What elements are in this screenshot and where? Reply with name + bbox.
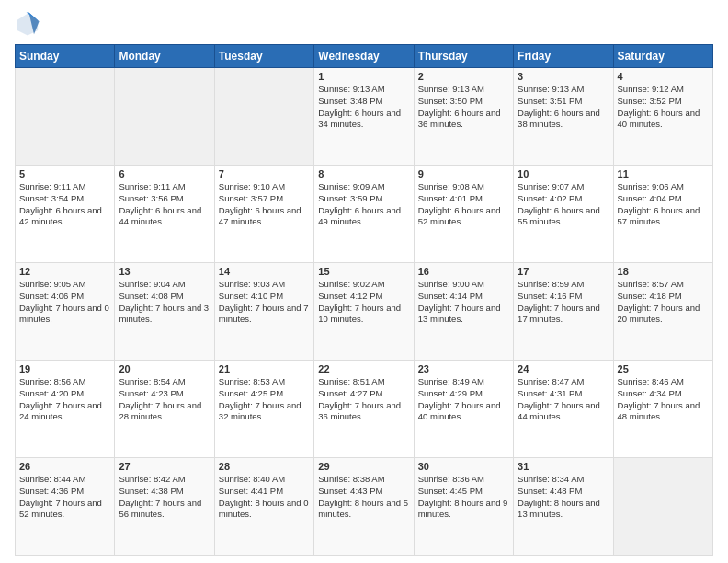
weekday-header-tuesday: Tuesday [214, 45, 313, 68]
calendar-cell: 13Sunrise: 9:04 AM Sunset: 4:08 PM Dayli… [115, 263, 214, 361]
calendar-cell: 6Sunrise: 9:11 AM Sunset: 3:56 PM Daylig… [115, 166, 214, 263]
calendar-cell: 17Sunrise: 8:59 AM Sunset: 4:16 PM Dayli… [514, 263, 613, 361]
day-info: Sunrise: 9:05 AM Sunset: 4:06 PM Dayligh… [19, 279, 110, 326]
day-number: 30 [418, 461, 509, 472]
day-info: Sunrise: 8:56 AM Sunset: 4:20 PM Dayligh… [19, 376, 110, 423]
day-info: Sunrise: 8:49 AM Sunset: 4:29 PM Dayligh… [418, 376, 509, 423]
day-number: 20 [119, 363, 210, 374]
day-number: 24 [518, 363, 609, 374]
day-number: 2 [418, 71, 509, 82]
day-info: Sunrise: 8:53 AM Sunset: 4:25 PM Dayligh… [219, 376, 310, 423]
weekday-header-saturday: Saturday [613, 45, 712, 68]
calendar-cell: 10Sunrise: 9:07 AM Sunset: 4:02 PM Dayli… [514, 166, 613, 263]
day-info: Sunrise: 8:36 AM Sunset: 4:45 PM Dayligh… [418, 474, 509, 521]
day-info: Sunrise: 8:51 AM Sunset: 4:27 PM Dayligh… [318, 376, 409, 423]
day-info: Sunrise: 9:13 AM Sunset: 3:51 PM Dayligh… [518, 84, 609, 131]
calendar-table: SundayMondayTuesdayWednesdayThursdayFrid… [15, 44, 713, 556]
calendar-cell: 20Sunrise: 8:54 AM Sunset: 4:23 PM Dayli… [115, 361, 214, 458]
calendar-cell: 5Sunrise: 9:11 AM Sunset: 3:54 PM Daylig… [16, 166, 115, 263]
day-info: Sunrise: 8:40 AM Sunset: 4:41 PM Dayligh… [219, 474, 310, 521]
calendar-cell [214, 68, 313, 166]
day-info: Sunrise: 9:10 AM Sunset: 3:57 PM Dayligh… [219, 181, 310, 228]
day-number: 17 [518, 266, 609, 277]
day-number: 25 [618, 363, 709, 374]
day-number: 3 [518, 71, 609, 82]
day-info: Sunrise: 8:38 AM Sunset: 4:43 PM Dayligh… [318, 474, 409, 521]
day-number: 27 [119, 461, 210, 472]
calendar-cell: 25Sunrise: 8:46 AM Sunset: 4:34 PM Dayli… [613, 361, 712, 458]
day-info: Sunrise: 8:57 AM Sunset: 4:18 PM Dayligh… [618, 279, 709, 326]
day-number: 6 [119, 168, 210, 179]
day-info: Sunrise: 9:02 AM Sunset: 4:12 PM Dayligh… [318, 279, 409, 326]
calendar-cell [115, 68, 214, 166]
calendar-cell: 27Sunrise: 8:42 AM Sunset: 4:38 PM Dayli… [115, 458, 214, 556]
logo [15, 11, 44, 37]
calendar-cell: 23Sunrise: 8:49 AM Sunset: 4:29 PM Dayli… [414, 361, 513, 458]
day-info: Sunrise: 8:34 AM Sunset: 4:48 PM Dayligh… [518, 474, 609, 521]
calendar-cell: 31Sunrise: 8:34 AM Sunset: 4:48 PM Dayli… [514, 458, 613, 556]
calendar-cell: 30Sunrise: 8:36 AM Sunset: 4:45 PM Dayli… [414, 458, 513, 556]
day-info: Sunrise: 9:11 AM Sunset: 3:54 PM Dayligh… [19, 181, 110, 228]
day-info: Sunrise: 9:13 AM Sunset: 3:48 PM Dayligh… [318, 84, 409, 131]
week-row-4: 19Sunrise: 8:56 AM Sunset: 4:20 PM Dayli… [16, 361, 713, 458]
calendar-cell [613, 458, 712, 556]
day-number: 8 [318, 168, 409, 179]
day-info: Sunrise: 8:54 AM Sunset: 4:23 PM Dayligh… [119, 376, 210, 423]
day-info: Sunrise: 9:07 AM Sunset: 4:02 PM Dayligh… [518, 181, 609, 228]
calendar-cell: 7Sunrise: 9:10 AM Sunset: 3:57 PM Daylig… [214, 166, 313, 263]
weekday-header-thursday: Thursday [414, 45, 513, 68]
calendar-cell: 11Sunrise: 9:06 AM Sunset: 4:04 PM Dayli… [613, 166, 712, 263]
day-number: 7 [219, 168, 310, 179]
day-number: 11 [618, 168, 709, 179]
calendar-cell: 24Sunrise: 8:47 AM Sunset: 4:31 PM Dayli… [514, 361, 613, 458]
day-number: 18 [618, 266, 709, 277]
logo-icon [15, 11, 40, 37]
calendar-cell: 19Sunrise: 8:56 AM Sunset: 4:20 PM Dayli… [16, 361, 115, 458]
calendar-cell: 18Sunrise: 8:57 AM Sunset: 4:18 PM Dayli… [613, 263, 712, 361]
calendar-cell: 15Sunrise: 9:02 AM Sunset: 4:12 PM Dayli… [314, 263, 414, 361]
calendar-cell: 28Sunrise: 8:40 AM Sunset: 4:41 PM Dayli… [214, 458, 313, 556]
calendar-cell: 14Sunrise: 9:03 AM Sunset: 4:10 PM Dayli… [214, 263, 313, 361]
day-info: Sunrise: 9:12 AM Sunset: 3:52 PM Dayligh… [618, 84, 709, 131]
day-info: Sunrise: 9:06 AM Sunset: 4:04 PM Dayligh… [618, 181, 709, 228]
calendar-cell: 29Sunrise: 8:38 AM Sunset: 4:43 PM Dayli… [314, 458, 414, 556]
day-number: 10 [518, 168, 609, 179]
day-number: 4 [618, 71, 709, 82]
day-info: Sunrise: 9:04 AM Sunset: 4:08 PM Dayligh… [119, 279, 210, 326]
day-number: 1 [318, 71, 409, 82]
day-info: Sunrise: 8:46 AM Sunset: 4:34 PM Dayligh… [618, 376, 709, 423]
calendar-cell: 26Sunrise: 8:44 AM Sunset: 4:36 PM Dayli… [16, 458, 115, 556]
day-number: 14 [219, 266, 310, 277]
day-number: 22 [318, 363, 409, 374]
calendar-cell: 3Sunrise: 9:13 AM Sunset: 3:51 PM Daylig… [514, 68, 613, 166]
day-info: Sunrise: 9:03 AM Sunset: 4:10 PM Dayligh… [219, 279, 310, 326]
calendar-cell: 9Sunrise: 9:08 AM Sunset: 4:01 PM Daylig… [414, 166, 513, 263]
page-header [15, 11, 713, 37]
calendar-cell: 21Sunrise: 8:53 AM Sunset: 4:25 PM Dayli… [214, 361, 313, 458]
day-number: 9 [418, 168, 509, 179]
calendar-cell: 1Sunrise: 9:13 AM Sunset: 3:48 PM Daylig… [314, 68, 414, 166]
calendar-cell: 4Sunrise: 9:12 AM Sunset: 3:52 PM Daylig… [613, 68, 712, 166]
day-info: Sunrise: 9:08 AM Sunset: 4:01 PM Dayligh… [418, 181, 509, 228]
day-info: Sunrise: 8:44 AM Sunset: 4:36 PM Dayligh… [19, 474, 110, 521]
day-number: 29 [318, 461, 409, 472]
day-number: 28 [219, 461, 310, 472]
day-number: 26 [19, 461, 110, 472]
week-row-3: 12Sunrise: 9:05 AM Sunset: 4:06 PM Dayli… [16, 263, 713, 361]
day-info: Sunrise: 9:13 AM Sunset: 3:50 PM Dayligh… [418, 84, 509, 131]
calendar-cell: 16Sunrise: 9:00 AM Sunset: 4:14 PM Dayli… [414, 263, 513, 361]
day-info: Sunrise: 8:42 AM Sunset: 4:38 PM Dayligh… [119, 474, 210, 521]
day-number: 31 [518, 461, 609, 472]
weekday-header-sunday: Sunday [16, 45, 115, 68]
weekday-header-friday: Friday [514, 45, 613, 68]
weekday-header-monday: Monday [115, 45, 214, 68]
day-number: 23 [418, 363, 509, 374]
calendar-cell: 8Sunrise: 9:09 AM Sunset: 3:59 PM Daylig… [314, 166, 414, 263]
week-row-2: 5Sunrise: 9:11 AM Sunset: 3:54 PM Daylig… [16, 166, 713, 263]
weekday-header-row: SundayMondayTuesdayWednesdayThursdayFrid… [16, 45, 713, 68]
day-info: Sunrise: 8:59 AM Sunset: 4:16 PM Dayligh… [518, 279, 609, 326]
day-number: 13 [119, 266, 210, 277]
weekday-header-wednesday: Wednesday [314, 45, 414, 68]
week-row-1: 1Sunrise: 9:13 AM Sunset: 3:48 PM Daylig… [16, 68, 713, 166]
day-info: Sunrise: 9:00 AM Sunset: 4:14 PM Dayligh… [418, 279, 509, 326]
